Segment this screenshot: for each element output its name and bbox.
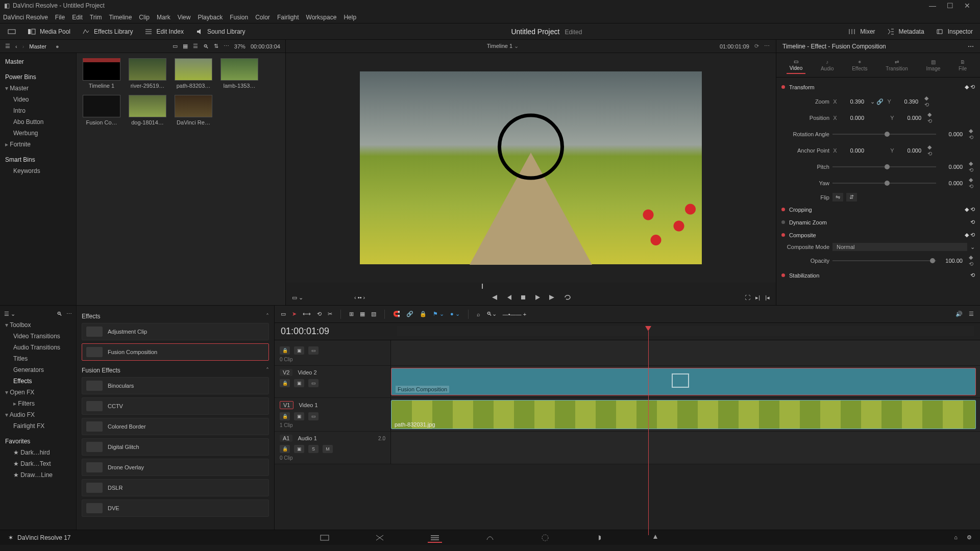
page-deliver[interactable] [648, 533, 663, 543]
track-id-v1[interactable]: V1 [280, 401, 293, 409]
tool-replace-icon[interactable]: ▧ [371, 311, 376, 317]
breadcrumb-master[interactable]: Master [29, 43, 46, 49]
maximize-button[interactable]: ☐ [941, 2, 959, 10]
zoom-percent[interactable]: 37% [234, 43, 246, 49]
viewer-dropdown-icon[interactable]: ⌄ [514, 43, 519, 49]
flip-h-button[interactable]: ⇋ [832, 193, 843, 202]
media-pool-button[interactable]: Media Pool [28, 28, 70, 35]
cat-fairlightfx[interactable]: Fairlight FX [4, 420, 72, 432]
fx-digital-glitch[interactable]: Digital Glitch [82, 438, 269, 456]
a1-autoselect-icon[interactable]: ▣ [294, 445, 304, 453]
full-screen-icon[interactable]: ⛶ [745, 294, 750, 300]
fx-drone-overlay[interactable]: Drone Overlay [82, 459, 269, 476]
rotation-field[interactable]: 0.000 [939, 131, 966, 137]
rotation-slider[interactable] [832, 134, 936, 135]
tool-insert-icon[interactable]: ⊞ [349, 311, 354, 317]
track-autoselect-icon[interactable]: ▣ [294, 346, 304, 355]
tab-image[interactable]: ▧Image [923, 57, 944, 73]
fav-1[interactable]: ★ Dark…hird [4, 447, 72, 458]
a1-mute-button[interactable]: M [323, 445, 333, 453]
step-back-button[interactable] [505, 294, 512, 301]
tab-video[interactable]: ▭Video [787, 57, 805, 74]
menu-edit[interactable]: Edit [72, 14, 83, 21]
menu-playback[interactable]: Playback [198, 14, 223, 21]
prev-clip-button[interactable] [490, 294, 498, 301]
menu-davinci[interactable]: DaVinci Resolve [3, 14, 48, 21]
cat-audiofx[interactable]: ▾ Audio FX [4, 409, 72, 420]
edit-index-button[interactable]: Edit Index [144, 28, 184, 35]
tool-mute-icon[interactable]: 🔊 [955, 311, 963, 317]
clip-timeline1[interactable]: Timeline 1 [82, 58, 121, 89]
loop-button[interactable] [564, 294, 572, 301]
page-fairlight[interactable] [593, 533, 607, 543]
viewer-title[interactable]: Timeline 1 [487, 43, 512, 49]
tab-effects[interactable]: ✶Effects [849, 57, 870, 73]
tool-marker-icon[interactable]: ● ⌄ [450, 311, 460, 317]
fx-fusion-composition[interactable]: Fusion Composition [82, 343, 269, 361]
match-frame-icon[interactable]: ‹ •• › [354, 294, 365, 300]
track-id-a1[interactable]: A1 [280, 435, 292, 442]
fx-cctv[interactable]: CCTV [82, 397, 269, 415]
fx-options-icon[interactable]: ⋯ [66, 311, 72, 317]
tool-zoombox-icon[interactable]: ⌕ [477, 311, 480, 317]
tool-lock-icon[interactable]: 🔒 [420, 311, 427, 317]
tool-flag-icon[interactable]: ⚑ ⌄ [433, 311, 444, 317]
track-name-a1[interactable]: Audio 1 [298, 435, 316, 441]
track-name-v2[interactable]: Video 2 [298, 369, 316, 375]
power-bins-header[interactable]: Power Bins [4, 71, 72, 83]
cat-audio-transitions[interactable]: Audio Transitions [4, 342, 72, 353]
cat-toolbox[interactable]: ▾ Toolbox [4, 319, 72, 331]
viewer-timecode[interactable]: 01:00:01:09 [720, 43, 749, 49]
home-button[interactable]: ⌂ [954, 534, 958, 541]
page-edit[interactable] [428, 533, 442, 543]
close-button[interactable]: ✕ [959, 2, 976, 10]
bin-master-root[interactable]: Master [4, 56, 72, 67]
v1-autoselect-icon[interactable]: ▣ [294, 412, 304, 420]
menu-mark[interactable]: Mark [157, 14, 170, 21]
menu-clip[interactable]: Clip [139, 14, 150, 21]
search-icon[interactable]: 🔍︎ [203, 43, 209, 49]
zoom-y-field[interactable]: 0.390 [895, 98, 921, 105]
bin-video[interactable]: Video [4, 94, 72, 105]
cat-video-transitions[interactable]: Video Transitions [4, 331, 72, 342]
tool-view-icon[interactable]: ▭ [281, 311, 286, 317]
nav-fwd-icon[interactable]: › [22, 43, 24, 49]
go-to-in-icon[interactable]: ▸| [755, 294, 760, 301]
fav-3[interactable]: ★ Draw…Line [4, 469, 72, 481]
strip-view-icon[interactable]: ▭ [173, 43, 178, 49]
clip-dvres[interactable]: DaVinci Re… [174, 95, 213, 126]
composite-mode-select[interactable]: Normal [832, 243, 967, 251]
bin-abo[interactable]: Abo Button [4, 116, 72, 128]
anchor-y-field[interactable]: 0.000 [898, 147, 924, 154]
menu-workspace[interactable]: Workspace [306, 14, 337, 21]
go-to-out-icon[interactable]: |◂ [765, 294, 770, 301]
sound-library-button[interactable]: Sound Library [195, 28, 246, 35]
a1-lock-icon[interactable]: 🔒 [280, 445, 290, 453]
menu-color[interactable]: Color [255, 14, 270, 21]
v1-lock-icon[interactable]: 🔒 [280, 412, 290, 420]
pos-y-field[interactable]: 0.000 [898, 115, 924, 121]
group-fusion-effects[interactable]: Fusion Effects˄ [82, 364, 269, 377]
clip-fusion-composition[interactable]: Fusion Composition [391, 368, 976, 395]
smart-bins-header[interactable]: Smart Bins [4, 154, 72, 165]
nav-back-icon[interactable]: ‹ [15, 43, 17, 49]
tool-dynamic-trim-icon[interactable]: ⟲ [317, 311, 322, 317]
quick-export-button[interactable] [7, 28, 16, 35]
page-media[interactable] [317, 533, 332, 543]
tool-link-icon[interactable]: 🔗 [406, 311, 413, 317]
metadata-button[interactable]: Metadata [887, 28, 924, 35]
pos-x-field[interactable]: 0.000 [841, 115, 867, 121]
fx-colored-border[interactable]: Colored Border [82, 418, 269, 435]
menu-timeline[interactable]: Timeline [109, 14, 132, 21]
pitch-field[interactable]: 0.000 [939, 164, 966, 170]
v2-disable-icon[interactable]: ▭ [308, 379, 318, 387]
project-settings-button[interactable]: ⚙ [967, 534, 972, 541]
section-cropping[interactable]: Cropping◆ ⟲ [781, 203, 975, 216]
playhead-icon[interactable] [645, 326, 651, 331]
bin-intro[interactable]: Intro [4, 105, 72, 116]
cat-generators[interactable]: Generators [4, 364, 72, 375]
grid-view-icon[interactable]: ▦ [183, 43, 188, 49]
group-effects[interactable]: Effects˄ [82, 310, 269, 323]
a1-solo-button[interactable]: S [308, 445, 318, 453]
track-disable-icon[interactable]: ▭ [308, 346, 318, 355]
